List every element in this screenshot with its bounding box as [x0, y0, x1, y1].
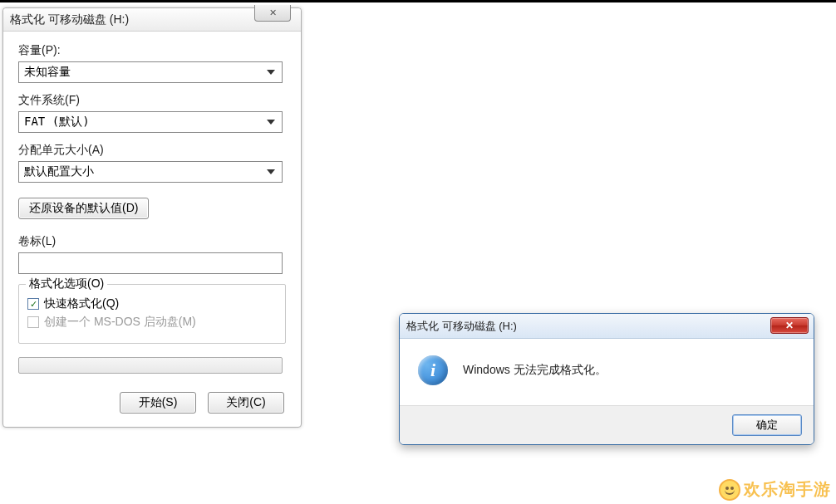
info-icon: i: [418, 355, 448, 385]
quick-format-label: 快速格式化(Q): [44, 296, 119, 311]
close-x-glyph: ✕: [785, 320, 794, 331]
ok-button-label: 确定: [756, 418, 778, 433]
restore-defaults-label: 还原设备的默认值(D): [29, 201, 138, 216]
watermark-text: 欢乐淘手游: [744, 478, 831, 501]
filesystem-label: 文件系统(F): [18, 93, 286, 108]
start-button-label: 开始(S): [139, 395, 178, 410]
close-icon[interactable]: ✕: [254, 5, 291, 22]
alloc-unit-label: 分配单元大小(A): [18, 143, 286, 158]
error-message-box: 格式化 可移动磁盘 (H:) ✕ i Windows 无法完成格式化。 确定: [399, 313, 814, 445]
volume-label-input[interactable]: [18, 252, 283, 274]
msdos-boot-checkbox: [27, 316, 39, 328]
start-button[interactable]: 开始(S): [120, 392, 196, 413]
format-progress-bar: [18, 357, 283, 374]
message-box-title: 格式化 可移动磁盘 (H:): [406, 319, 517, 334]
capacity-select[interactable]: 未知容量: [18, 61, 283, 83]
format-options-group: 格式化选项(O) 快速格式化(Q) 创建一个 MS-DOS 启动盘(M): [18, 284, 286, 344]
chevron-down-icon: [267, 169, 275, 174]
filesystem-value: FAT (默认): [24, 115, 90, 130]
close-x-glyph: ✕: [269, 7, 277, 18]
smiley-icon: [719, 479, 740, 501]
format-dialog-actions: 开始(S) 关闭(C): [18, 392, 286, 413]
quick-format-row[interactable]: 快速格式化(Q): [27, 296, 277, 311]
format-dialog-title: 格式化 可移动磁盘 (H:): [10, 12, 129, 27]
filesystem-select[interactable]: FAT (默认): [18, 111, 283, 133]
close-icon[interactable]: ✕: [770, 317, 809, 334]
restore-defaults-button[interactable]: 还原设备的默认值(D): [18, 198, 149, 219]
format-options-title: 格式化选项(O): [26, 276, 107, 291]
alloc-unit-value: 默认配置大小: [24, 164, 94, 179]
close-button-label: 关闭(C): [226, 395, 265, 410]
message-box-actions: 确定: [400, 405, 814, 444]
watermark: 欢乐淘手游: [719, 478, 831, 501]
message-box-text: Windows 无法完成格式化。: [463, 363, 607, 378]
message-box-titlebar[interactable]: 格式化 可移动磁盘 (H:) ✕: [400, 314, 814, 339]
chevron-down-icon: [267, 120, 275, 125]
capacity-value: 未知容量: [24, 65, 71, 80]
message-box-body: i Windows 无法完成格式化。: [400, 339, 814, 405]
msdos-boot-row: 创建一个 MS-DOS 启动盘(M): [27, 315, 277, 330]
format-dialog-titlebar[interactable]: 格式化 可移动磁盘 (H:) ✕: [3, 8, 301, 32]
chevron-down-icon: [267, 70, 275, 75]
capacity-label: 容量(P):: [18, 43, 286, 58]
msdos-boot-label: 创建一个 MS-DOS 启动盘(M): [44, 315, 196, 330]
volume-label-label: 卷标(L): [18, 234, 286, 249]
close-button[interactable]: 关闭(C): [208, 392, 284, 413]
alloc-unit-select[interactable]: 默认配置大小: [18, 161, 283, 183]
info-icon-glyph: i: [430, 360, 435, 381]
quick-format-checkbox[interactable]: [27, 298, 39, 310]
format-dialog: 格式化 可移动磁盘 (H:) ✕ 容量(P): 未知容量 文件系统(F) FAT…: [2, 7, 302, 428]
ok-button[interactable]: 确定: [732, 414, 802, 436]
format-dialog-body: 容量(P): 未知容量 文件系统(F) FAT (默认) 分配单元大小(A) 默…: [3, 32, 301, 427]
